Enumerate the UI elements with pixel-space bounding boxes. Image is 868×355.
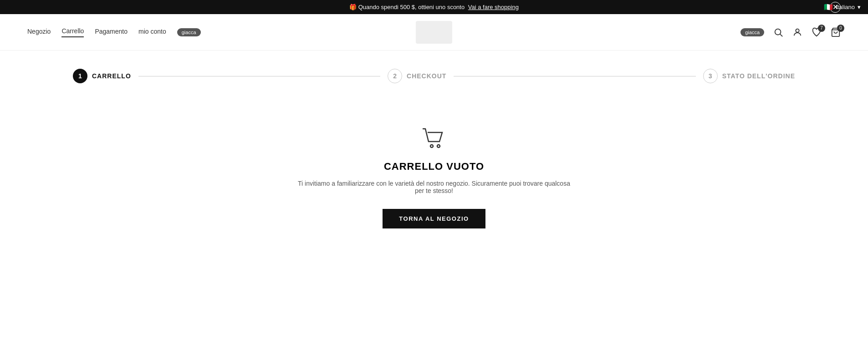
flag-icon: 🇮🇹	[824, 3, 833, 11]
step-1-number: 1	[73, 69, 87, 83]
user-button[interactable]	[792, 27, 802, 37]
step-cart: 1 CARRELLO	[73, 69, 131, 83]
promo-banner: 🎁 Quando spendi 500 $, ottieni uno scont…	[0, 0, 868, 14]
step-line-1	[138, 76, 380, 76]
search-button[interactable]	[773, 27, 783, 37]
svg-point-0	[775, 29, 781, 35]
return-to-shop-button[interactable]: TORNA AL NEGOZIO	[383, 209, 485, 228]
svg-point-4	[430, 145, 433, 147]
wishlist-button[interactable]: 7	[812, 27, 822, 37]
search-icon	[773, 27, 783, 37]
cart-button[interactable]: 0	[831, 27, 841, 37]
logo	[416, 21, 452, 44]
site-header: Negozio Carrello Pagamento mio conto gia…	[0, 14, 868, 51]
promo-text: Quando spendi 500 $, ottieni uno sconto	[358, 4, 465, 10]
promo-link[interactable]: Vai a fare shopping	[468, 4, 519, 10]
empty-cart-title: CARRELLO VUOTO	[384, 161, 484, 172]
step-order-status: 3 STATO DELL'ORDINE	[703, 69, 795, 83]
checkout-steps: 1 CARRELLO 2 CHECKOUT 3 STATO DELL'ORDIN…	[0, 51, 868, 97]
header-icons: giacca 7 0	[740, 27, 841, 37]
gift-icon: 🎁	[349, 4, 357, 10]
language-selector[interactable]: 🇮🇹 Italiano ▾	[824, 3, 861, 11]
logo-image	[416, 21, 452, 44]
nav-tag-giacca-1[interactable]: giacca	[177, 28, 201, 36]
step-2-number: 2	[388, 69, 402, 83]
main-nav: Negozio Carrello Pagamento mio conto gia…	[27, 27, 201, 37]
svg-line-1	[780, 34, 782, 36]
step-2-label: CHECKOUT	[407, 72, 446, 80]
step-3-label: STATO DELL'ORDINE	[722, 72, 795, 80]
nav-tag-giacca-2[interactable]: giacca	[740, 28, 764, 36]
nav-pagamento[interactable]: Pagamento	[95, 28, 128, 37]
step-checkout: 2 CHECKOUT	[388, 69, 446, 83]
svg-point-2	[796, 29, 799, 32]
lang-label: Italiano	[836, 4, 855, 10]
nav-carrello[interactable]: Carrello	[61, 27, 84, 37]
chevron-down-icon: ▾	[858, 4, 861, 10]
empty-cart-section: CARRELLO VUOTO Ti invitiamo a familiariz…	[0, 97, 868, 265]
step-1-label: CARRELLO	[92, 72, 131, 80]
step-line-2	[454, 76, 695, 76]
svg-point-5	[437, 145, 440, 147]
nav-mio-conto[interactable]: mio conto	[138, 28, 166, 37]
empty-cart-description: Ti invitiamo a familiarizzare con le var…	[297, 180, 571, 194]
wishlist-count: 7	[818, 25, 825, 32]
cart-count: 0	[837, 25, 844, 32]
nav-negozio[interactable]: Negozio	[27, 28, 51, 37]
step-3-number: 3	[703, 69, 718, 83]
user-icon	[792, 27, 802, 37]
empty-cart-icon	[420, 124, 448, 152]
